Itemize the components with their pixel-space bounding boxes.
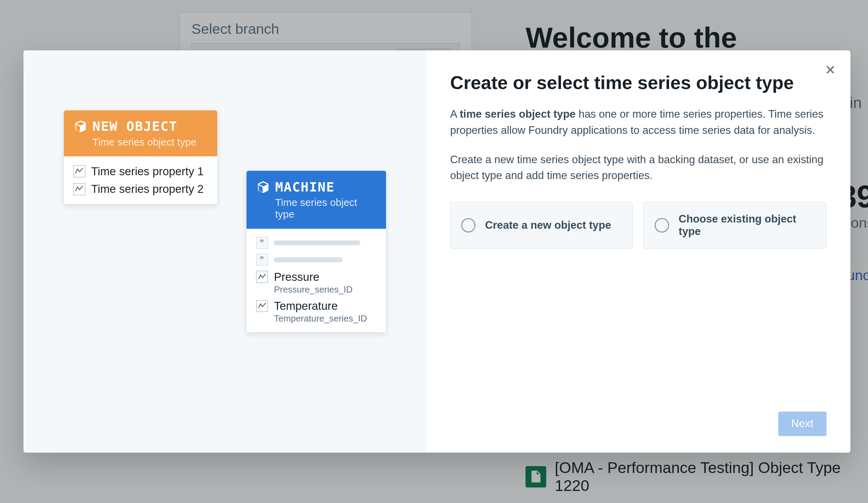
timeseries-icon [256, 271, 268, 283]
card-machine-title: MACHINE [275, 179, 335, 195]
option-choose-label: Choose existing object type [679, 213, 816, 238]
desc-prefix: A [450, 108, 460, 120]
card-new-title: NEW OBJECT [93, 119, 177, 134]
card-machine-pressure-id: Pressure_series_ID [256, 285, 377, 295]
option-row: Create a new object type Choose existing… [450, 202, 827, 249]
next-button[interactable]: Next [778, 412, 827, 436]
modal-dialog: NEW OBJECT Time series object type Time … [23, 50, 850, 453]
modal-overlay: NEW OBJECT Time series object type Time … [0, 0, 868, 503]
card-new-body: Time series property 1 Time series prope… [64, 156, 217, 204]
modal-illustration-panel: NEW OBJECT Time series object type Time … [23, 50, 426, 453]
quote-icon: ❞ [256, 237, 268, 249]
card-new-prop2: Time series property 2 [91, 183, 204, 196]
card-new-subtitle: Time series object type [75, 136, 206, 148]
quote-icon: ❞ [256, 254, 268, 266]
option-choose-existing[interactable]: Choose existing object type [644, 202, 826, 249]
modal-description-2: Create a new time series object type wit… [450, 152, 827, 184]
timeseries-icon [73, 165, 85, 177]
card-machine-temp-id: Temperature_series_ID [256, 314, 377, 324]
card-machine-subtitle: Time series object type [257, 197, 375, 220]
close-button[interactable]: ✕ [825, 62, 836, 78]
skeleton-placeholder [274, 240, 360, 245]
option-create-label: Create a new object type [485, 219, 611, 231]
card-header-new: NEW OBJECT Time series object type [64, 110, 217, 156]
illustration-card-machine: MACHINE Time series object type ❞ ❞ [246, 170, 387, 332]
cube-plus-icon [75, 120, 87, 132]
illustration-card-new-object: NEW OBJECT Time series object type Time … [64, 110, 218, 205]
card-machine-body: ❞ ❞ Pressure Pressure_series_ID Temp [247, 229, 386, 332]
desc-bold: time series object type [460, 108, 576, 120]
card-machine-temp: Temperature [274, 299, 337, 313]
modal-footer: Next [450, 412, 827, 436]
cube-icon [257, 181, 269, 193]
card-new-prop1: Time series property 1 [91, 165, 204, 178]
timeseries-icon [256, 300, 268, 312]
modal-description-1: A time series object type has one or mor… [450, 106, 827, 138]
option-create-new[interactable]: Create a new object type [450, 202, 633, 249]
modal-content-panel: ✕ Create or select time series object ty… [426, 50, 850, 453]
timeseries-icon [73, 183, 85, 195]
close-icon: ✕ [825, 63, 836, 77]
skeleton-placeholder [274, 257, 343, 262]
card-machine-pressure: Pressure [274, 270, 319, 284]
radio-icon [655, 218, 669, 233]
card-header-machine: MACHINE Time series object type [247, 171, 386, 228]
modal-title: Create or select time series object type [450, 72, 827, 93]
radio-icon [461, 218, 476, 233]
